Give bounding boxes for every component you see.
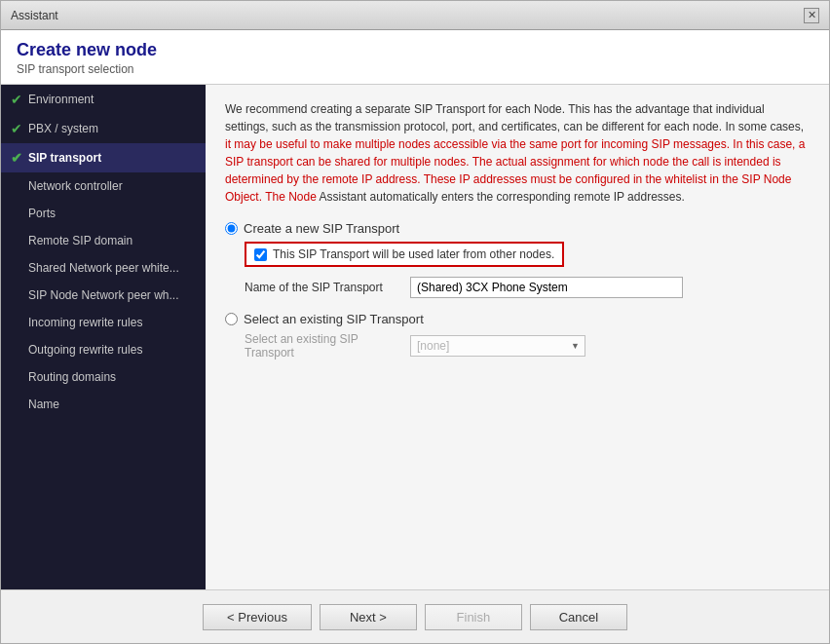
info-paragraph: We recommend creating a separate SIP Tra… — [225, 100, 810, 206]
create-option-label[interactable]: Create a new SIP Transport — [244, 221, 399, 236]
next-button[interactable]: Next > — [320, 604, 417, 630]
sidebar-label-incoming: Incoming rewrite rules — [28, 316, 142, 329]
select-transport-row: Select an existing SIP Transport [none] — [245, 332, 810, 360]
previous-button[interactable]: < Previous — [203, 604, 312, 630]
select-option-row: Select an existing SIP Transport — [225, 312, 810, 326]
sidebar-item-pbx[interactable]: ✔ PBX / system — [1, 114, 206, 143]
select-option-label[interactable]: Select an existing SIP Transport — [244, 312, 424, 326]
check-icon-pbx: ✔ — [11, 121, 22, 136]
sidebar-item-environment[interactable]: ✔ Environment — [1, 85, 206, 114]
select-existing-radio[interactable] — [225, 313, 238, 325]
sidebar: ✔ Environment ✔ PBX / system ✔ SIP trans… — [1, 85, 206, 589]
sidebar-label-ports: Ports — [28, 207, 56, 220]
sidebar-item-shared-network-peer[interactable]: Shared Network peer white... — [1, 254, 206, 282]
field-label: Name of the SIP Transport — [245, 281, 410, 294]
check-icon-sip: ✔ — [11, 150, 22, 166]
sidebar-item-routing-domains[interactable]: Routing domains — [1, 363, 206, 391]
cancel-button[interactable]: Cancel — [530, 604, 627, 630]
sidebar-label-environment: Environment — [28, 93, 94, 106]
create-new-radio[interactable] — [225, 222, 238, 235]
sidebar-label-network-controller: Network controller — [28, 179, 123, 193]
sidebar-label-routing: Routing domains — [28, 370, 116, 384]
sidebar-label-pbx: PBX / system — [28, 122, 98, 135]
sidebar-label-sip-node: SIP Node Network peer wh... — [28, 288, 179, 302]
assistant-window: Assistant ✕ Create new node SIP transpor… — [0, 0, 830, 644]
shared-checkbox-row: This SIP Transport will be used later fr… — [245, 242, 564, 267]
select-wrapper: [none] — [410, 335, 585, 357]
select-field-label: Select an existing SIP Transport — [245, 332, 410, 360]
sidebar-item-remote-sip[interactable]: Remote SIP domain — [1, 227, 206, 254]
check-icon-environment: ✔ — [11, 92, 22, 107]
shared-checkbox-label[interactable]: This SIP Transport will be used later fr… — [273, 247, 554, 261]
sidebar-label-remote-sip: Remote SIP domain — [28, 234, 132, 247]
title-bar: Assistant ✕ — [1, 1, 829, 30]
existing-transport-select[interactable]: [none] — [410, 335, 585, 357]
sidebar-item-sip-transport[interactable]: ✔ SIP transport — [1, 143, 206, 172]
page-title: Create new node — [17, 40, 813, 60]
body: ✔ Environment ✔ PBX / system ✔ SIP trans… — [1, 85, 829, 589]
create-option-group: Create a new SIP Transport This SIP Tran… — [225, 221, 810, 298]
window-title: Assistant — [11, 9, 58, 22]
header: Create new node SIP transport selection — [1, 30, 829, 85]
info-highlight: it may be useful to make multiple nodes … — [225, 137, 805, 204]
sidebar-label-shared-network: Shared Network peer white... — [28, 261, 179, 275]
transport-name-row: Name of the SIP Transport — [245, 277, 810, 298]
sidebar-item-ports[interactable]: Ports — [1, 200, 206, 227]
sidebar-label-outgoing: Outgoing rewrite rules — [28, 343, 142, 357]
finish-button[interactable]: Finish — [425, 604, 522, 630]
select-option-group: Select an existing SIP Transport Select … — [225, 312, 810, 360]
page-subtitle: SIP transport selection — [17, 62, 813, 76]
create-option-row: Create a new SIP Transport — [225, 221, 810, 236]
sidebar-item-name[interactable]: Name — [1, 391, 206, 418]
main-content: We recommend creating a separate SIP Tra… — [206, 85, 829, 589]
footer: < Previous Next > Finish Cancel — [1, 589, 829, 643]
transport-name-input[interactable] — [410, 277, 683, 298]
close-button[interactable]: ✕ — [804, 8, 819, 23]
sidebar-item-incoming-rewrite[interactable]: Incoming rewrite rules — [1, 309, 206, 336]
sidebar-label-sip: SIP transport — [28, 151, 101, 165]
sidebar-item-network-controller[interactable]: Network controller — [1, 172, 206, 200]
shared-transport-checkbox[interactable] — [254, 248, 267, 261]
sidebar-item-outgoing-rewrite[interactable]: Outgoing rewrite rules — [1, 336, 206, 363]
sidebar-label-name: Name — [28, 398, 59, 411]
sidebar-item-sip-node-network-peer[interactable]: SIP Node Network peer wh... — [1, 282, 206, 309]
